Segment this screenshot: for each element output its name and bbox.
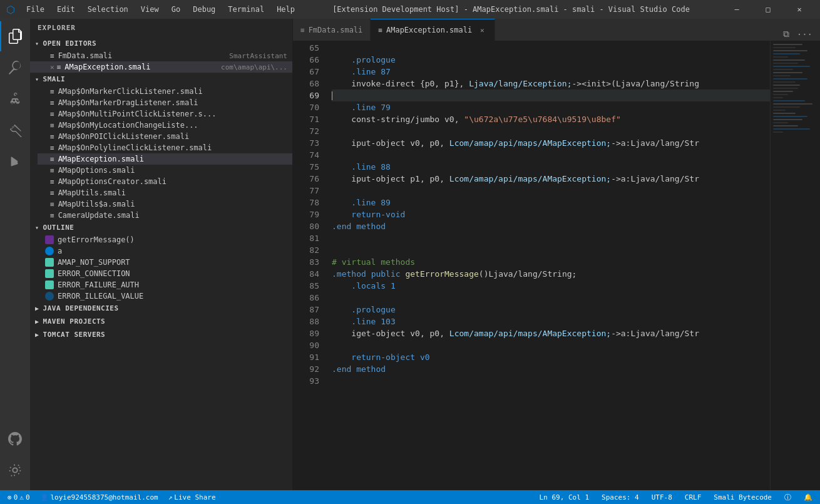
smali-icon-2: ≡ (57, 63, 61, 71)
split-editor-button[interactable]: ⧉ (781, 28, 792, 41)
status-position[interactable]: Ln 69, Col 1 (537, 490, 592, 504)
outline-item-4[interactable]: ERROR_FAILURE_AUTH (30, 279, 292, 291)
line-num-67: 67 (293, 66, 319, 78)
minimize-button[interactable]: — (722, 0, 751, 19)
code-content[interactable]: .prologue .line 87 invoke-direct {p0, p1… (324, 41, 770, 490)
close-editor-icon[interactable]: ✕ (50, 63, 54, 71)
menu-view[interactable]: View (136, 4, 164, 15)
status-bell[interactable]: 🔔 (801, 490, 815, 504)
menu-edit[interactable]: Edit (52, 4, 80, 15)
menu-file[interactable]: File (21, 4, 49, 15)
token: ()Ljava/lang/String; (479, 268, 577, 280)
activity-remote[interactable] (0, 424, 30, 454)
smali-file-icon: ≡ (50, 133, 54, 141)
token: return-void (332, 208, 405, 220)
tab-amapexception[interactable]: ≡ AMapException.smali ✕ (371, 19, 495, 41)
tab-fmdata[interactable]: ≡ FmData.smali (293, 19, 371, 41)
menu-debug[interactable]: Debug (188, 4, 220, 15)
smali-file-1[interactable]: ≡ AMap$OnMarkerDragListener.smali (38, 97, 292, 108)
outline-name-3: ERROR_CONNECTION (58, 269, 130, 278)
smali-section-header[interactable]: ▾ SMALI (30, 73, 292, 86)
token: Ljava/lang/Exception; (469, 78, 571, 90)
smali-file-11[interactable]: ≡ CameraUpdate.smali (38, 210, 292, 221)
field-icon-2 (45, 292, 54, 301)
file-desc-amapexception: com\amap\api\... (221, 63, 287, 71)
outline-item-1[interactable]: a (30, 245, 292, 257)
line-num-90: 90 (293, 339, 319, 351)
activity-bottom (0, 424, 30, 490)
tab-close-amapexception[interactable]: ✕ (477, 25, 487, 35)
close-button[interactable]: ✕ (785, 0, 814, 19)
outline-name-0: getErrorMessage() (58, 235, 135, 244)
line-num-81: 81 (293, 232, 319, 244)
token: .locals 1 (332, 280, 396, 292)
java-deps-section[interactable]: ▶ JAVA DEPENDENCIES (30, 302, 292, 315)
main-layout: EXPLORER ▾ OPEN EDITORS ≡ FmData.smali S… (0, 19, 820, 490)
smali-file-6[interactable]: ≡ AMapException.smali (38, 153, 292, 165)
activity-settings[interactable] (0, 455, 30, 485)
code-line-70: .line 79 (332, 101, 770, 113)
language-text: Smali Bytecode (714, 493, 772, 501)
status-eol[interactable]: CRLF (682, 490, 704, 504)
smali-file-8[interactable]: ≡ AMapOptionsCreator.smali (38, 176, 292, 187)
menu-go[interactable]: Go (167, 4, 185, 15)
outline-item-3[interactable]: ERROR_CONNECTION (30, 268, 292, 279)
status-right: Ln 69, Col 1 Spaces: 4 UTF-8 CRLF Smali … (537, 490, 815, 504)
tomcat-section[interactable]: ▶ TOMCAT SERVERS (30, 328, 292, 341)
smali-file-4[interactable]: ≡ AMap$OnPOIClickListener.smali (38, 131, 292, 142)
status-liveshare[interactable]: ↗ Live Share (166, 490, 218, 504)
smali-file-icon: ≡ (50, 212, 54, 220)
open-editors-section[interactable]: ▾ OPEN EDITORS (30, 37, 292, 50)
tab-actions: ⧉ ··· (776, 28, 820, 41)
activity-search[interactable] (0, 53, 30, 83)
open-editor-fmdata[interactable]: ≡ FmData.smali SmartAssistant (30, 50, 292, 61)
smali-file-0[interactable]: ≡ AMap$OnMarkerClickListener.smali (38, 86, 292, 97)
sidebar-content: ▾ OPEN EDITORS ≡ FmData.smali SmartAssis… (30, 37, 292, 490)
menu-help[interactable]: Help (272, 4, 300, 15)
smali-filename: AMapOptionsCreator.smali (58, 177, 167, 186)
activity-explorer[interactable] (0, 21, 30, 51)
status-user[interactable]: 👤 loyie924558375@hotmail.com (38, 490, 161, 504)
menu-terminal[interactable]: Terminal (223, 4, 269, 15)
field-icon (45, 247, 54, 255)
smali-file-icon: ≡ (50, 99, 54, 107)
activity-run[interactable] (0, 147, 30, 177)
menu-selection[interactable]: Selection (83, 4, 133, 15)
status-spaces[interactable]: Spaces: 4 (599, 490, 642, 504)
token: getErrorMessage (405, 268, 478, 280)
smali-file-9[interactable]: ≡ AMapUtils.smali (38, 187, 292, 198)
code-editor[interactable]: 65 66 67 68 69 70 71 72 73 74 75 76 77 7… (293, 41, 820, 490)
open-editor-amapexception[interactable]: ✕ ≡ AMapException.smali com\amap\api\... (30, 61, 292, 73)
method-icon (45, 235, 54, 244)
encoding-text: UTF-8 (652, 493, 672, 501)
token: .line 103 (332, 316, 396, 327)
outline-item-5[interactable]: ERROR_ILLEGAL_VALUE (30, 291, 292, 302)
status-info[interactable]: ⓘ (782, 490, 794, 504)
smali-file-10[interactable]: ≡ AMapUtils$a.smali (38, 198, 292, 210)
error-count: 0 (14, 493, 18, 501)
smali-file-7[interactable]: ≡ AMapOptions.smali (38, 165, 292, 176)
smali-file-2[interactable]: ≡ AMap$OnMultiPointClickListener.s... (38, 108, 292, 120)
maven-section[interactable]: ▶ MAVEN PROJECTS (30, 315, 292, 328)
status-errors[interactable]: ⊗ 0 ⚠ 0 (5, 490, 33, 504)
more-actions-button[interactable]: ··· (794, 28, 815, 41)
code-line-76: iput-object p1, p0, Lcom/amap/api/maps/A… (332, 173, 770, 185)
token: .line 88 (332, 161, 391, 173)
activity-extensions[interactable] (0, 115, 30, 145)
outline-section-header[interactable]: ▾ OUTLINE (30, 221, 292, 234)
smali-file-5[interactable]: ≡ AMap$OnPolylineClickListener.smali (38, 142, 292, 153)
status-language[interactable]: Smali Bytecode (711, 490, 774, 504)
outline-item-2[interactable]: AMAP_NOT_SUPPORT (30, 257, 292, 268)
code-line-73: iput-object v0, p0, Lcom/amap/api/maps/A… (332, 137, 770, 149)
status-encoding[interactable]: UTF-8 (649, 490, 675, 504)
code-line-92: .end method (332, 363, 770, 375)
maximize-button[interactable]: □ (754, 0, 782, 19)
outline-item-0[interactable]: getErrorMessage() (30, 234, 292, 245)
bell-icon: 🔔 (804, 493, 812, 501)
activity-scm[interactable] (0, 84, 30, 114)
line-num-69: 69 (293, 90, 319, 101)
token: -><init>(Ljava/lang/String (572, 78, 700, 90)
line-num-71: 71 (293, 113, 319, 125)
smali-file-3[interactable]: ≡ AMap$OnMyLocationChangeListe... (38, 120, 292, 131)
outline-name-1: a (58, 247, 62, 255)
